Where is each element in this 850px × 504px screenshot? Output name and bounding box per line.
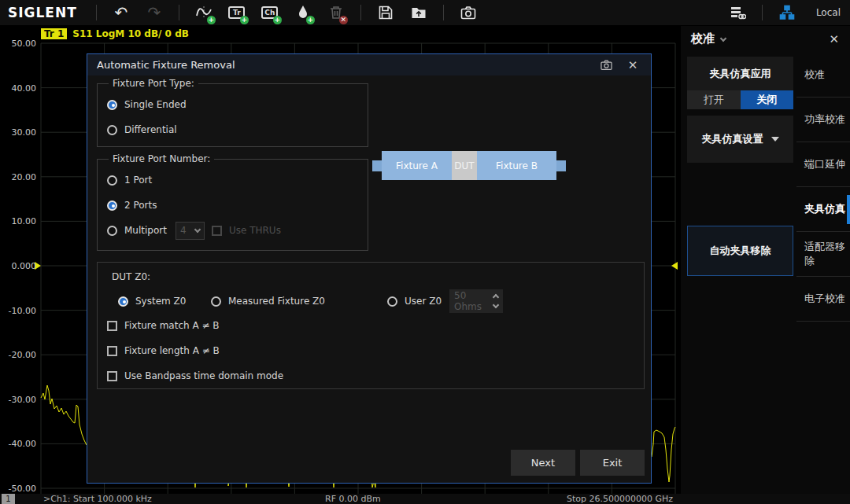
exit-button[interactable]: Exit bbox=[580, 450, 645, 476]
fixture-sim-toggle: 打开 关闭 bbox=[687, 90, 793, 109]
y-axis-tick-label: -10.00 bbox=[0, 306, 36, 316]
bandpass-mode-checkbox-row[interactable]: Use Bandpass time domain mode bbox=[107, 368, 283, 384]
port-connector-right bbox=[556, 160, 566, 171]
sidebar-title: 校准 bbox=[691, 31, 715, 46]
dialog-title: Automatic Fixture Removal bbox=[97, 59, 235, 71]
fixture-length-checkbox-row[interactable]: Fixture length A ≠ B bbox=[107, 343, 220, 359]
auto-fixture-removal-button[interactable]: 自动夹具移除 bbox=[687, 226, 793, 276]
radio-button[interactable] bbox=[107, 100, 117, 110]
fixture-length-checkbox[interactable] bbox=[107, 346, 117, 356]
fixture-sim-settings-button[interactable]: 夹具仿真设置 bbox=[687, 116, 793, 163]
dut-block: DUT bbox=[452, 151, 477, 180]
status-bar: 1 >Ch1: Start 100.000 kHz RF 0.00 dBm St… bbox=[0, 494, 850, 504]
radio-2-ports[interactable]: 2 Ports bbox=[107, 193, 358, 218]
fixture-port-number-group: Fixture Port Number: 1 Port 2 Ports Mult… bbox=[97, 153, 368, 251]
toggle-off-button[interactable]: 关闭 bbox=[741, 90, 794, 109]
y-axis-tick-label: -50.00 bbox=[0, 484, 36, 494]
channel-badge[interactable]: 1 bbox=[2, 494, 15, 504]
y-axis-tick-label: 20.00 bbox=[0, 172, 36, 182]
local-status-label: Local bbox=[816, 7, 841, 18]
trace-settings-label: S11 LogM 10 dB/ 0 dB bbox=[72, 28, 189, 39]
top-toolbar: SIGLENT ↶ ↷ + Tr+ Ch+ + ✕ bbox=[0, 0, 850, 26]
save-icon[interactable] bbox=[375, 2, 396, 23]
toolbar-separator bbox=[443, 5, 444, 20]
sidebar-menu: 校准 功率校准 端口延伸 夹具仿真 适配器移除 电子校准 bbox=[796, 53, 850, 322]
y-axis-tick-label: 30.00 bbox=[0, 127, 36, 138]
stop-frequency-label: Stop 26.500000000 GHz bbox=[567, 494, 673, 504]
menu-item-calibration[interactable]: 校准 bbox=[796, 53, 850, 97]
fixture-port-number-legend: Fixture Port Number: bbox=[109, 153, 214, 164]
fixture-port-type-legend: Fixture Port Type: bbox=[109, 78, 198, 89]
add-trace-curve-icon[interactable]: + bbox=[194, 2, 214, 23]
bandpass-mode-checkbox[interactable] bbox=[107, 371, 117, 381]
toggle-on-button[interactable]: 打开 bbox=[687, 90, 741, 109]
fixture-sim-app-box: 夹具仿真应用 打开 关闭 bbox=[687, 57, 793, 109]
radio-system-z0[interactable] bbox=[118, 296, 128, 307]
y-axis-tick-label: -20.00 bbox=[0, 350, 36, 360]
fixture-match-checkbox[interactable] bbox=[107, 321, 117, 331]
toolbar-separator bbox=[179, 5, 179, 20]
sidebar-header[interactable]: 校准 bbox=[691, 31, 726, 46]
redo-icon[interactable]: ↷ bbox=[144, 2, 164, 23]
radio-differential[interactable]: Differential bbox=[107, 117, 358, 142]
y-axis-tick-label: 10.00 bbox=[0, 216, 36, 226]
dut-z0-group: DUT Z0: System Z0 Measured Fixture Z0 Us… bbox=[97, 262, 645, 389]
sidebar-close-icon[interactable]: ✕ bbox=[829, 32, 839, 46]
menu-item-adapter-removal[interactable]: 适配器移除 bbox=[796, 232, 850, 277]
menu-item-ecal[interactable]: 电子校准 bbox=[796, 277, 850, 322]
display-setup-icon[interactable] bbox=[727, 2, 748, 23]
y-axis-tick-label: 0.000 bbox=[0, 261, 36, 271]
automatic-fixture-removal-dialog: Automatic Fixture Removal ✕ Fixture Port… bbox=[87, 53, 652, 484]
trace-header: Tr 1 S11 LogM 10 dB/ 0 dB bbox=[41, 28, 189, 39]
radio-button[interactable] bbox=[107, 175, 117, 186]
dialog-title-bar[interactable]: Automatic Fixture Removal ✕ bbox=[87, 54, 651, 75]
siglent-logo: SIGLENT bbox=[8, 5, 77, 20]
delete-icon[interactable]: ✕ bbox=[326, 2, 346, 23]
radio-1-port[interactable]: 1 Port bbox=[107, 167, 358, 193]
use-thrus-checkbox[interactable] bbox=[212, 226, 222, 236]
fixture-sim-app-title: 夹具仿真应用 bbox=[687, 57, 793, 81]
use-thrus-label: Use THRUs bbox=[229, 225, 281, 236]
fixture-dut-diagram: Fixture A DUT Fixture B bbox=[372, 151, 566, 180]
next-button[interactable]: Next bbox=[511, 450, 575, 476]
chevron-down-icon bbox=[194, 226, 201, 232]
dialog-close-icon[interactable]: ✕ bbox=[624, 57, 641, 74]
add-marker-icon[interactable]: + bbox=[293, 2, 313, 23]
radio-measured-fixture-z0[interactable] bbox=[211, 296, 221, 307]
y-axis-tick-label: -40.00 bbox=[0, 439, 36, 449]
main-area: 50.0040.0030.0020.0010.000.000-10.00-20.… bbox=[0, 26, 850, 494]
radio-button[interactable] bbox=[107, 200, 117, 211]
rf-power-label: RF 0.00 dBm bbox=[325, 494, 381, 504]
radio-button[interactable] bbox=[107, 125, 117, 135]
spin-up-icon[interactable] bbox=[493, 294, 499, 300]
add-trace-icon[interactable]: Tr+ bbox=[227, 2, 247, 23]
y-axis-tick-label: -30.00 bbox=[0, 395, 36, 405]
dut-z0-label: DUT Z0: bbox=[112, 271, 150, 282]
screenshot-icon[interactable] bbox=[458, 2, 479, 23]
port-connector-left bbox=[372, 160, 382, 171]
fixture-b-block: Fixture B bbox=[477, 151, 556, 180]
menu-item-port-extension[interactable]: 端口延伸 bbox=[796, 142, 850, 187]
spin-down-icon[interactable] bbox=[493, 302, 499, 308]
chevron-down-icon bbox=[720, 35, 726, 41]
radio-multiport[interactable]: Multiport 4 Use THRUs bbox=[107, 218, 358, 243]
radio-button[interactable] bbox=[107, 226, 117, 236]
radio-user-z0[interactable] bbox=[387, 296, 397, 307]
trace-number-badge[interactable]: Tr 1 bbox=[41, 28, 67, 39]
open-icon[interactable] bbox=[408, 2, 429, 23]
add-channel-icon[interactable]: Ch+ bbox=[260, 2, 280, 23]
menu-item-power-cal[interactable]: 功率校准 bbox=[796, 97, 850, 142]
multiport-count-select[interactable]: 4 bbox=[176, 222, 205, 240]
user-z0-input[interactable]: 50 Ohms bbox=[449, 289, 503, 313]
dialog-screenshot-icon[interactable] bbox=[597, 57, 615, 74]
toolbar-separator bbox=[762, 5, 763, 20]
radio-single-ended[interactable]: Single Ended bbox=[107, 92, 358, 117]
fixture-match-checkbox-row[interactable]: Fixture match A ≠ B bbox=[107, 318, 220, 333]
y-axis-tick-label: 50.00 bbox=[0, 39, 36, 49]
menu-item-fixture-sim[interactable]: 夹具仿真 bbox=[796, 187, 850, 232]
network-icon[interactable] bbox=[777, 2, 797, 23]
fixture-port-type-group: Fixture Port Type: Single Ended Differen… bbox=[97, 78, 368, 147]
triangle-down-icon bbox=[771, 137, 779, 142]
undo-icon[interactable]: ↶ bbox=[111, 2, 131, 23]
fixture-a-block: Fixture A bbox=[382, 151, 452, 180]
